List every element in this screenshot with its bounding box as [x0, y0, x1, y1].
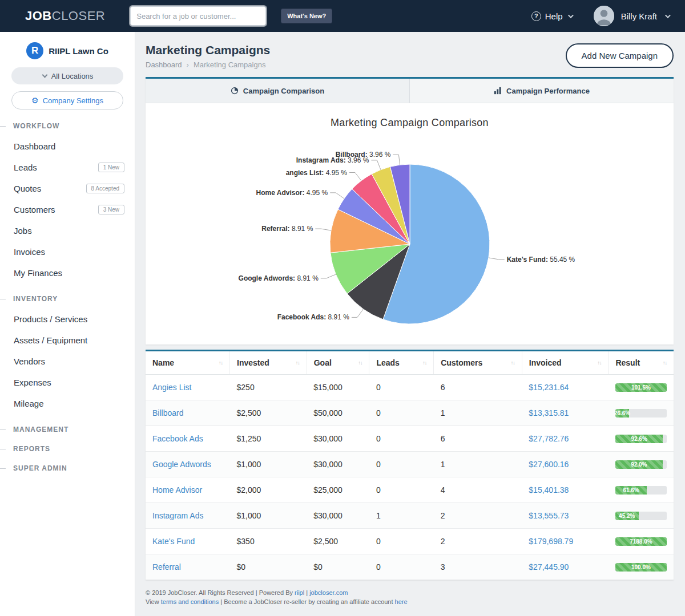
tab-campaign-comparison[interactable]: Campaign Comparison: [146, 79, 409, 103]
section-divider: [0, 468, 6, 469]
topbar: JOBCLOSER What's New? ? Help Billy Kraft: [0, 0, 685, 32]
leads-cell: 1: [369, 503, 434, 529]
bar-chart-icon: [494, 87, 502, 95]
sidebar-item-expenses[interactable]: Expenses: [0, 372, 135, 393]
campaign-link[interactable]: Instagram Ads: [152, 511, 204, 520]
help-icon: ?: [531, 11, 541, 21]
nav-section-reports[interactable]: REPORTS: [0, 445, 135, 453]
logo-text-light: CLOSER: [52, 9, 105, 23]
sidebar-item-dashboard[interactable]: Dashboard: [0, 136, 135, 157]
affiliate-link[interactable]: here: [395, 598, 408, 605]
campaign-link[interactable]: Referral: [152, 562, 181, 572]
company-settings-button[interactable]: ⚙ Company Settings: [11, 91, 123, 110]
column-header-invested[interactable]: Invested↑↓: [230, 351, 307, 375]
sidebar-item-mileage[interactable]: Mileage: [0, 393, 135, 414]
customers-badge: 3 New: [98, 205, 124, 214]
invoiced-link[interactable]: $27,445.90: [529, 562, 569, 572]
avatar[interactable]: [594, 6, 614, 26]
pie-chart-icon: [231, 87, 239, 95]
campaign-link[interactable]: Angies List: [152, 383, 191, 392]
invested-cell: $250: [230, 375, 307, 400]
user-name[interactable]: Billy Kraft: [621, 11, 657, 21]
chevron-down-icon: [42, 72, 47, 78]
goal-cell: $30,000: [307, 426, 369, 452]
column-header-leads[interactable]: Leads↑↓: [369, 351, 434, 375]
sidebar-item-my-finances[interactable]: My Finances: [0, 262, 135, 283]
goal-cell: $25,000: [307, 477, 369, 503]
sidebar-item-quotes[interactable]: Quotes 8 Accepted: [0, 178, 135, 199]
help-menu[interactable]: ? Help: [531, 11, 572, 21]
invested-cell: $2,500: [230, 400, 307, 426]
invoiced-link[interactable]: $15,231.64: [529, 383, 569, 392]
pie-label-connector: [330, 193, 344, 198]
result-progress-bar: 101.5%: [615, 383, 667, 392]
table-row: Billboard $2,500 $50,000 0 1 $13,315.81 …: [146, 400, 674, 426]
invoiced-link[interactable]: $27,600.16: [529, 460, 569, 469]
sidebar-item-assets-equipment[interactable]: Assets / Equipment: [0, 330, 135, 351]
column-header-goal[interactable]: Goal↑↓: [307, 351, 369, 375]
sort-icon[interactable]: ↑↓: [663, 360, 667, 366]
pie-label-google-adwords: Google Adwords: 8.91 %: [239, 274, 319, 282]
column-header-customers[interactable]: Customers↑↓: [434, 351, 522, 375]
chevron-down-icon[interactable]: [665, 13, 671, 18]
invoiced-link[interactable]: $13,555.73: [529, 511, 569, 520]
breadcrumb: Dashboard › Marketing Campaigns: [146, 60, 270, 69]
column-header-result[interactable]: Result↑↓: [609, 351, 674, 375]
breadcrumb-dashboard[interactable]: Dashboard: [146, 60, 182, 69]
invoiced-link[interactable]: $179,698.79: [529, 537, 573, 546]
sort-icon[interactable]: ↑↓: [597, 360, 601, 366]
customers-cell: 3: [434, 554, 522, 580]
section-divider: [0, 126, 6, 127]
sort-icon[interactable]: ↑↓: [511, 360, 515, 366]
customers-cell: 4: [434, 477, 522, 503]
table-header-row: Name↑↓ Invested↑↓ Goal↑↓ Leads↑↓ Custome…: [146, 351, 674, 375]
sidebar-item-customers[interactable]: Customers 3 New: [0, 199, 135, 220]
nav-section-management[interactable]: MANAGEMENT: [0, 425, 135, 433]
result-progress-bar: 100.0%: [615, 563, 667, 572]
sort-icon[interactable]: ↑↓: [219, 360, 223, 366]
sidebar-item-invoices[interactable]: Invoices: [0, 241, 135, 262]
locations-dropdown[interactable]: All Locations: [11, 67, 123, 84]
table-row: Referral $0 $0 0 3 $27,445.90 100.0%: [146, 554, 674, 580]
leads-cell: 0: [369, 426, 434, 452]
campaign-link[interactable]: Kate's Fund: [152, 537, 195, 546]
table-row: Home Advisor $2,000 $25,000 0 4 $15,401.…: [146, 477, 674, 503]
campaign-link[interactable]: Facebook Ads: [152, 434, 203, 443]
sidebar-item-leads[interactable]: Leads 1 New: [0, 157, 135, 178]
column-header-name[interactable]: Name↑↓: [146, 351, 230, 375]
pie-label-facebook-ads: Facebook Ads: 8.91 %: [277, 313, 350, 321]
search-input[interactable]: [130, 6, 266, 26]
sidebar-item-jobs[interactable]: Jobs: [0, 220, 135, 241]
jobcloser-link[interactable]: jobcloser.com: [309, 589, 348, 596]
campaign-link[interactable]: Billboard: [152, 408, 183, 418]
campaign-link[interactable]: Google Adwords: [152, 460, 211, 469]
sort-icon[interactable]: ↑↓: [296, 360, 300, 366]
terms-link[interactable]: terms and conditions: [161, 598, 219, 605]
riipl-link[interactable]: riipl: [295, 589, 304, 596]
page-title: Marketing Campaigns: [146, 43, 270, 57]
invoiced-link[interactable]: $15,401.38: [529, 485, 569, 495]
help-label: Help: [545, 11, 563, 21]
sort-icon[interactable]: ↑↓: [422, 360, 426, 366]
breadcrumb-separator-icon: ›: [187, 60, 189, 69]
chevron-down-icon: [568, 13, 574, 18]
invoiced-link[interactable]: $13,315.81: [529, 408, 569, 418]
sidebar-item-products-services[interactable]: Products / Services: [0, 309, 135, 330]
jobcloser-logo[interactable]: JOBCLOSER: [25, 9, 105, 23]
invested-cell: $350: [230, 529, 307, 554]
company-name: RIIPL Lawn Co: [49, 46, 108, 56]
column-header-invoiced[interactable]: Invoiced↑↓: [522, 351, 609, 375]
whats-new-button[interactable]: What's New?: [281, 9, 332, 23]
tab-campaign-performance[interactable]: Campaign Performance: [409, 79, 674, 103]
table-row: Kate's Fund $350 $2,500 0 2 $179,698.79 …: [146, 529, 674, 554]
customers-cell: 1: [434, 400, 522, 426]
locations-label: All Locations: [51, 72, 94, 80]
settings-label: Company Settings: [43, 96, 103, 105]
nav-section-super-admin[interactable]: SUPER ADMIN: [0, 464, 135, 472]
invested-cell: $0: [230, 554, 307, 580]
sort-icon[interactable]: ↑↓: [358, 360, 362, 366]
invoiced-link[interactable]: $27,782.76: [529, 434, 569, 443]
campaign-link[interactable]: Home Advisor: [152, 485, 202, 495]
sidebar-item-vendors[interactable]: Vendors: [0, 351, 135, 372]
add-new-campaign-button[interactable]: Add New Campaign: [566, 43, 674, 68]
